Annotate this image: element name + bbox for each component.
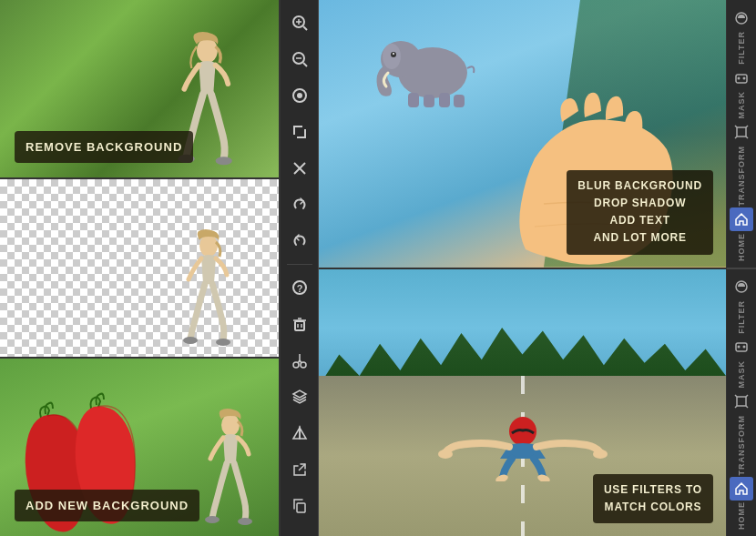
elephant-container [373, 18, 483, 109]
svg-line-58 [746, 137, 748, 138]
svg-point-61 [738, 346, 741, 349]
mask-label-bottom: Mask [737, 360, 746, 389]
far-right-sidebar: Filter Mask Transform Home Filter Mask T… [727, 0, 756, 536]
svg-line-65 [746, 395, 748, 397]
svg-rect-54 [737, 127, 746, 137]
redo-button[interactable] [284, 189, 315, 220]
brush-button[interactable] [284, 80, 315, 111]
svg-rect-35 [297, 503, 305, 512]
svg-line-67 [746, 406, 748, 408]
filters-label: USE FILTERS TO MATCH COLORS [593, 474, 713, 523]
svg-rect-41 [439, 93, 450, 107]
svg-rect-22 [295, 321, 304, 330]
svg-line-56 [746, 126, 748, 127]
filter-icon-bottom[interactable] [730, 275, 753, 298]
add-bg-label: ADD NEW BACKGROUND [15, 490, 199, 522]
remove-bg-label: REMOVE BACKGROUND [15, 131, 193, 164]
delete-button[interactable] [284, 308, 315, 339]
filter-label-bottom: Filter [737, 300, 746, 334]
svg-point-17 [297, 93, 302, 98]
blur-bg-label: BLUR BACKGROUND DROP SHADOW ADD TEXT AND… [567, 170, 713, 255]
toolbar-divider [287, 264, 312, 265]
svg-point-46 [438, 450, 453, 459]
svg-text:?: ? [296, 283, 302, 294]
add-bg-cell[interactable]: ADD NEW BACKGROUND [0, 359, 279, 536]
left-panel: REMOVE BACKGROUND [0, 0, 281, 536]
girl-running-2 [151, 229, 251, 357]
transform-icon-bottom[interactable] [730, 389, 753, 413]
svg-rect-42 [454, 95, 465, 107]
home-icon-top[interactable] [730, 207, 753, 231]
mask-icon-top[interactable] [730, 66, 753, 90]
svg-point-52 [738, 76, 741, 79]
share-button[interactable] [284, 454, 315, 485]
svg-line-57 [735, 137, 737, 138]
svg-point-2 [216, 157, 232, 165]
swimmer-container [432, 409, 614, 481]
svg-point-3 [199, 235, 218, 257]
elephant-svg [373, 18, 483, 109]
svg-line-34 [299, 464, 305, 470]
svg-rect-40 [424, 95, 434, 107]
sidebar-bottom-section: Filter Mask Transform Home [727, 269, 756, 537]
svg-point-5 [216, 339, 230, 346]
filter-icon-top[interactable] [730, 6, 753, 30]
transform-icon-top[interactable] [730, 120, 753, 144]
home-label-top: Home [737, 233, 746, 261]
layers-button[interactable] [284, 381, 315, 412]
svg-point-7 [205, 516, 220, 523]
svg-rect-63 [737, 397, 746, 406]
svg-point-44 [393, 53, 394, 55]
copy-button[interactable] [284, 490, 315, 521]
crop-button[interactable] [284, 116, 315, 147]
transform-label-bottom: Transform [737, 415, 746, 476]
cut-button[interactable] [284, 345, 315, 376]
svg-line-66 [735, 406, 737, 408]
swimmer-svg [432, 409, 614, 481]
filters-cell[interactable]: USE FILTERS TO MATCH COLORS [319, 269, 726, 537]
zoom-out-button[interactable] [284, 44, 315, 75]
transform-label-top: Transform [737, 146, 746, 207]
mask-icon-bottom[interactable] [730, 335, 753, 359]
zoom-in-button[interactable] [284, 7, 315, 38]
remove-bg-cell[interactable]: REMOVE BACKGROUND [0, 0, 279, 179]
flip-button[interactable] [284, 418, 315, 449]
svg-marker-33 [300, 428, 306, 439]
home-icon-bottom[interactable] [730, 477, 753, 501]
svg-marker-32 [293, 428, 300, 439]
svg-point-4 [183, 337, 198, 344]
svg-point-53 [743, 76, 746, 79]
right-panel: BLUR BACKGROUND DROP SHADOW ADD TEXT AND… [319, 0, 727, 536]
svg-point-6 [221, 414, 240, 436]
svg-line-14 [303, 63, 307, 66]
transparent-cell[interactable] [0, 179, 279, 359]
sidebar-top-section: Filter Mask Transform Home [727, 0, 756, 269]
svg-line-10 [303, 26, 307, 30]
filter-label-top: Filter [737, 31, 746, 65]
svg-point-47 [593, 450, 608, 459]
close-button[interactable] [284, 153, 315, 184]
help-button[interactable]: ? [284, 272, 315, 303]
blur-bg-cell[interactable]: BLUR BACKGROUND DROP SHADOW ADD TEXT AND… [319, 0, 726, 269]
middle-toolbar: ? [281, 0, 319, 536]
mask-label-top: Mask [737, 91, 746, 119]
svg-rect-39 [408, 93, 419, 107]
svg-point-0 [197, 38, 218, 63]
svg-point-62 [743, 346, 746, 349]
svg-line-30 [300, 360, 301, 363]
svg-point-8 [238, 518, 252, 525]
svg-line-55 [735, 126, 737, 127]
undo-button[interactable] [284, 226, 315, 257]
home-label-bottom: Home [737, 501, 746, 530]
svg-line-64 [735, 395, 737, 397]
